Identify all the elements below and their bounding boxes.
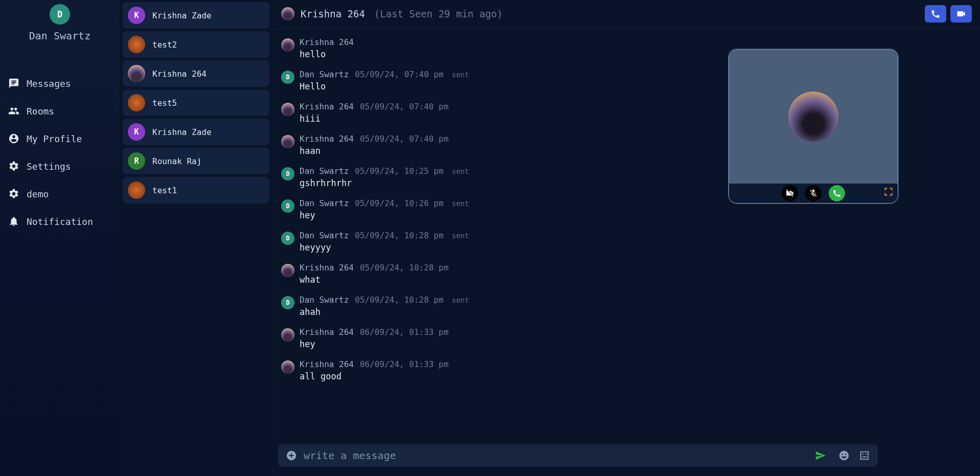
mic-off-button[interactable] — [805, 185, 822, 201]
message-meta: Dan Swartz05/09/24, 10:26 pmsent — [300, 198, 469, 208]
call-video-area — [729, 50, 898, 184]
message-text: hiii — [300, 114, 448, 124]
message-time: 06/09/24, 01:33 pm — [360, 359, 448, 369]
nav-messages-label: Messages — [27, 78, 71, 89]
conversation-item[interactable]: test5 — [123, 89, 269, 116]
message-time: 05/09/24, 10:26 pm — [355, 198, 443, 208]
message-status: sent — [452, 167, 469, 175]
message-sender: Dan Swartz — [300, 198, 349, 208]
conversation-item[interactable]: KKrishna Zade — [123, 2, 269, 29]
message-avatar: D — [281, 232, 294, 245]
message-avatar: D — [281, 199, 294, 213]
message-avatar — [281, 103, 294, 116]
message-body: Krishna 26405/09/24, 10:28 pmwhat — [300, 263, 448, 285]
message-avatar — [281, 360, 294, 374]
profile-avatar[interactable]: D — [50, 4, 70, 25]
message-body: Dan Swartz05/09/24, 10:26 pmsenthey — [300, 198, 469, 220]
message-text: hey — [300, 210, 469, 220]
message-sender: Krishna 264 — [300, 263, 354, 273]
message-avatar: D — [281, 71, 294, 84]
emoji-button[interactable] — [837, 448, 851, 463]
message-text: what — [300, 275, 448, 285]
message-meta: Krishna 264 — [300, 37, 354, 47]
message-meta: Dan Swartz05/09/24, 07:40 pmsent — [300, 70, 469, 79]
chat-header-title: Krishna 264 — [301, 8, 365, 19]
bell-icon — [8, 216, 19, 227]
chat-header-last-seen: (Last Seen 29 min ago) — [374, 8, 503, 19]
profile-icon — [8, 133, 19, 144]
sticker-button[interactable] — [857, 448, 872, 463]
rooms-icon — [8, 105, 19, 117]
nav-demo[interactable]: demo — [5, 183, 115, 205]
message-time: 05/09/24, 07:40 pm — [360, 134, 448, 144]
conversation-item[interactable]: Krishna 264 — [123, 60, 269, 87]
nav-rooms-label: Rooms — [27, 106, 54, 117]
message-time: 06/09/24, 01:33 pm — [360, 327, 448, 337]
nav-notification[interactable]: Notification — [5, 211, 115, 232]
message-body: Dan Swartz05/09/24, 10:25 pmsentgshrhrhr… — [300, 166, 469, 188]
message-avatar — [281, 135, 294, 148]
message-meta: Krishna 26405/09/24, 07:40 pm — [300, 102, 448, 111]
message-input[interactable] — [304, 449, 808, 462]
accept-call-button[interactable] — [829, 185, 845, 201]
profile-name: Dan Swartz — [29, 30, 90, 42]
nav-profile-label: My Profile — [27, 133, 82, 144]
nav-profile[interactable]: My Profile — [5, 128, 115, 149]
message-text: Hello — [300, 81, 469, 92]
message-time: 05/09/24, 10:28 pm — [355, 231, 443, 240]
message-sender: Krishna 264 — [300, 37, 354, 47]
message-avatar — [281, 328, 294, 342]
expand-call-button[interactable] — [883, 187, 894, 199]
attach-button[interactable] — [284, 448, 299, 463]
conversation-item[interactable]: KKrishna Zade — [123, 119, 269, 145]
message-avatar: D — [281, 167, 294, 180]
profile-block: D Dan Swartz — [5, 4, 115, 49]
video-call-button[interactable] — [950, 5, 972, 22]
message: Krishna 26405/09/24, 10:28 pmwhat — [281, 259, 972, 291]
camera-off-button[interactable] — [782, 185, 798, 201]
message-status: sent — [452, 71, 469, 79]
message-meta: Krishna 26405/09/24, 07:40 pm — [300, 134, 448, 144]
message: Krishna 26406/09/24, 01:33 pmhey — [281, 323, 972, 355]
conversation-avatar: K — [128, 7, 145, 24]
message-sender: Dan Swartz — [300, 231, 349, 240]
composer-wrap — [273, 439, 980, 476]
conversation-item[interactable]: RRounak Raj — [123, 148, 269, 174]
conversation-item[interactable]: test1 — [123, 177, 269, 203]
call-widget[interactable] — [728, 49, 898, 203]
message-sender: Krishna 264 — [300, 359, 354, 369]
message-sender: Dan Swartz — [300, 295, 349, 305]
conversation-item[interactable]: test2 — [123, 31, 269, 58]
nav-notification-label: Notification — [27, 216, 93, 227]
message-sender: Dan Swartz — [300, 166, 349, 176]
nav-rooms[interactable]: Rooms — [5, 100, 115, 122]
message-body: Krishna 26405/09/24, 07:40 pmhaan — [300, 134, 448, 156]
message-body: Dan Swartz05/09/24, 07:40 pmsentHello — [300, 70, 469, 92]
message-text: hey — [300, 339, 448, 349]
conversation-label: test1 — [152, 186, 177, 195]
conversation-avatar — [128, 65, 145, 82]
message-text: hello — [300, 49, 354, 59]
message-meta: Krishna 26405/09/24, 10:28 pm — [300, 263, 448, 273]
conversation-avatar — [128, 36, 145, 53]
message-body: Krishna 26406/09/24, 01:33 pmall good — [300, 359, 448, 381]
nav-demo-label: demo — [27, 189, 49, 199]
conversation-label: test2 — [152, 40, 177, 50]
message-text: ahah — [300, 307, 469, 317]
chat-header: Krishna 264 (Last Seen 29 min ago) — [273, 0, 980, 29]
chat-header-avatar[interactable] — [281, 7, 294, 20]
nav-messages[interactable]: Messages — [5, 73, 115, 94]
voice-call-button[interactable] — [925, 5, 946, 22]
send-button[interactable] — [813, 448, 828, 463]
message-status: sent — [452, 199, 469, 208]
call-avatar — [788, 92, 838, 142]
conversation-avatar — [128, 94, 145, 111]
message: DDan Swartz05/09/24, 10:28 pmsentahah — [281, 291, 972, 323]
nav-settings[interactable]: Settings — [5, 155, 115, 177]
message-time: 05/09/24, 10:28 pm — [355, 295, 443, 305]
gear-icon — [8, 188, 19, 199]
message-sender: Krishna 264 — [300, 102, 354, 111]
message-body: Dan Swartz05/09/24, 10:28 pmsentahah — [300, 295, 469, 317]
conversation-avatar: R — [128, 152, 145, 170]
conversation-label: test5 — [152, 98, 177, 108]
